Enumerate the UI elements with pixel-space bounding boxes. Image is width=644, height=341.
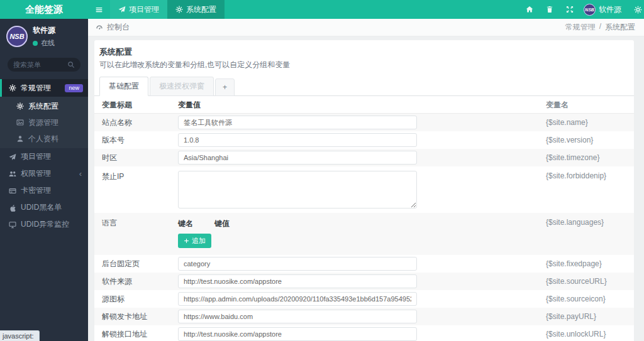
config-card: 系统配置 可以在此增改系统的变量和分组,也可以自定义分组和变量 基础配置 极速授…: [94, 40, 634, 341]
value-input[interactable]: [178, 292, 417, 306]
top-header: 全能签源 项目管理 系统配置 NSB 软件源: [0, 0, 644, 19]
value-input[interactable]: [178, 274, 417, 288]
variable-value-cell: [178, 166, 546, 213]
page-subtitle: 可以在此增改系统的变量和分组,也可以自定义分组和变量: [99, 60, 629, 70]
value-input[interactable]: [178, 116, 417, 129]
variable-title: 站点名称: [94, 117, 178, 128]
variable-title: 语言: [94, 213, 178, 229]
breadcrumb-item[interactable]: 常规管理: [565, 22, 596, 33]
sidebar-submenu: 系统配置 资源管理 个人资料: [0, 97, 88, 148]
app-window: 全能签源 项目管理 系统配置 NSB 软件源 NSB: [0, 0, 644, 341]
card-icon: [9, 187, 16, 195]
variable-value-cell: [178, 290, 546, 308]
home-icon: [526, 6, 533, 13]
table-row: 站点名称{$site.name}: [94, 114, 634, 131]
sidebar-item-label: 常规管理: [21, 83, 51, 94]
sidebar-toggle-button[interactable]: [88, 0, 110, 19]
sidebar-item-general-manage[interactable]: 常规管理 new: [0, 79, 88, 97]
sidebar-item-udid-monitor[interactable]: UDID异常监控: [0, 216, 88, 233]
fullscreen-button[interactable]: [560, 0, 580, 19]
page-title: 系统配置: [99, 46, 629, 58]
link-status-tooltip: javascript:: [0, 330, 40, 341]
table-row: 源图标{$site.sourceicon}: [94, 290, 634, 308]
users-icon: [9, 170, 16, 178]
sidebar-item-system-config[interactable]: 系统配置: [0, 98, 88, 114]
topbar-right: NSB 软件源: [519, 0, 644, 19]
variable-name: {$site.version}: [546, 136, 634, 144]
sidebar-item-label: 系统配置: [28, 101, 58, 112]
sidebar-item-permission-manage[interactable]: 权限管理 ‹: [0, 165, 88, 182]
sidebar-item-project-manage[interactable]: 项目管理: [0, 148, 88, 165]
variable-title: 解锁发卡地址: [94, 311, 178, 322]
table-row: 解锁发卡地址{$site.payURL}: [94, 308, 634, 325]
value-input[interactable]: [178, 327, 417, 341]
menu-search-box[interactable]: [8, 58, 80, 72]
dashboard-gauge-icon: [96, 24, 103, 31]
online-dot: [33, 41, 38, 46]
cogs-icon: [9, 84, 16, 92]
variable-title: 软件来源: [94, 276, 178, 287]
breadcrumb-home[interactable]: 控制台: [96, 22, 130, 33]
search-icon: [67, 61, 75, 68]
online-status-label: 在线: [41, 38, 55, 48]
clear-cache-button[interactable]: [540, 0, 560, 19]
variable-title: 时区: [94, 153, 178, 163]
paper-plane-icon: [9, 153, 16, 161]
user-menu[interactable]: 软件源: [599, 4, 628, 15]
variable-name: {$site.name}: [546, 118, 634, 127]
sidebar-item-label: 卡密管理: [21, 185, 51, 196]
sidebar-item-profile[interactable]: 个人资料: [0, 131, 88, 147]
variable-title: 源图标: [94, 294, 178, 305]
topnav-item-system-config[interactable]: 系统配置: [167, 0, 225, 19]
tab-add-group[interactable]: +: [215, 78, 235, 96]
table-body: 站点名称{$site.name}版本号{$site.version}时区{$si…: [94, 114, 634, 341]
value-input[interactable]: [178, 310, 417, 323]
table-row: 版本号{$site.version}: [94, 131, 634, 149]
paper-plane-icon: [118, 6, 126, 13]
sidebar-item-label: 个人资料: [28, 134, 58, 144]
tab-bar: 基础配置 极速授权弹窗 +: [94, 70, 634, 96]
image-icon: [16, 119, 24, 126]
variable-value-cell: [178, 149, 546, 166]
append-button[interactable]: 追加: [178, 234, 211, 248]
value-input[interactable]: [178, 151, 417, 165]
sidebar-item-label: 项目管理: [21, 151, 51, 162]
variable-value-cell: [178, 308, 546, 325]
home-button[interactable]: [519, 0, 540, 19]
sidebar-item-card-manage[interactable]: 卡密管理: [0, 182, 88, 199]
kv-key-header: 键名: [178, 219, 193, 229]
topnav-item-label: 项目管理: [129, 4, 159, 15]
tab-quick-auth-popup[interactable]: 极速授权弹窗: [150, 77, 214, 96]
breadcrumb-home-label: 控制台: [107, 22, 130, 33]
gear-icon: [16, 102, 24, 110]
variable-title: 版本号: [94, 135, 178, 146]
value-textarea[interactable]: [178, 171, 417, 208]
value-input[interactable]: [178, 257, 417, 271]
variable-title: 解锁接口地址: [94, 329, 178, 340]
variable-name: {$site.forbiddenip}: [546, 166, 634, 180]
breadcrumb-trail: 常规管理 / 系统配置: [565, 22, 635, 33]
variable-title: 后台固定页: [94, 259, 178, 269]
sidebar-item-resource-manage[interactable]: 资源管理: [0, 114, 88, 131]
sidebar-item-label: UDID黑名单: [21, 202, 62, 213]
variable-name: {$site.timezone}: [546, 153, 634, 162]
variable-value-cell: [178, 131, 546, 149]
topnav-item-label: 系统配置: [186, 4, 216, 15]
trash-icon: [546, 6, 553, 13]
monitor-icon: [9, 221, 16, 229]
breadcrumb-bar: 控制台 常规管理 / 系统配置: [88, 19, 644, 36]
tab-basic-config[interactable]: 基础配置: [99, 77, 148, 96]
sidebar-item-udid-blacklist[interactable]: UDID黑名单: [0, 199, 88, 216]
user-avatar[interactable]: NSB: [584, 4, 596, 16]
apple-icon: [9, 204, 16, 212]
settings-button[interactable]: [628, 0, 644, 19]
table-header-row: 变量标题 变量值 变量名: [94, 97, 634, 114]
table-row: 后台固定页{$site.fixedpage}: [94, 255, 634, 273]
column-header-value: 变量值: [178, 98, 546, 112]
menu-search-input[interactable]: [13, 61, 67, 68]
topnav-item-project[interactable]: 项目管理: [110, 0, 167, 19]
new-badge: new: [65, 84, 83, 92]
table-row: 软件来源{$site.sourceURL}: [94, 273, 634, 290]
gear-icon: [634, 6, 642, 14]
value-input[interactable]: [178, 133, 417, 147]
